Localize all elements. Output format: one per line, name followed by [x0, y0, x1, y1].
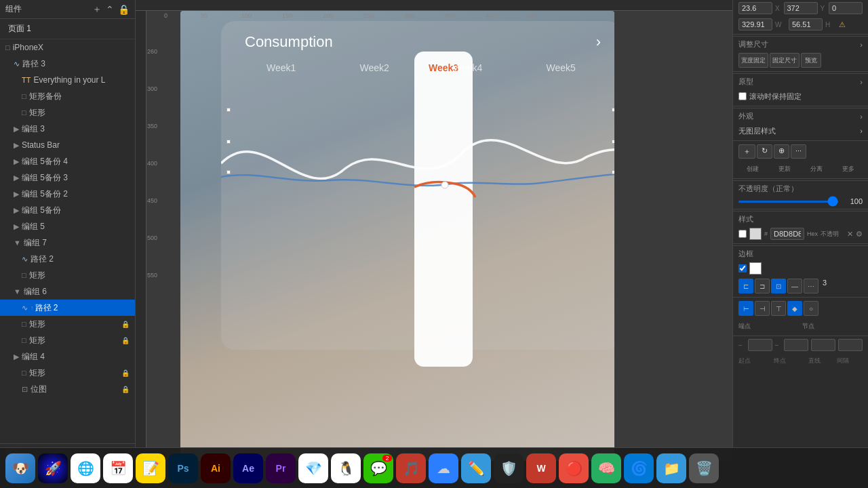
handle-right-lower[interactable] — [612, 140, 614, 144]
layer-item-编组4[interactable]: ▶ 编组 4 — [0, 348, 135, 365]
week4-label[interactable]: Week4 — [445, 58, 490, 77]
layer-item-矩形2_in6[interactable]: □ 矩形🔒 — [0, 332, 135, 348]
dock-sketch[interactable]: 💎 — [298, 453, 328, 483]
canvas-content[interactable]: Week3 Consumption › Week1 Week2 Week4 We… — [146, 11, 732, 461]
layer-item-编组5备份4[interactable]: ▶ 编组 5备份 4 — [0, 153, 135, 169]
endpoint2-btn[interactable]: ⊣ — [755, 301, 770, 316]
gap-input[interactable] — [838, 339, 863, 351]
fill-swatch[interactable] — [749, 228, 762, 240]
y-input[interactable] — [784, 2, 818, 14]
dock-netdisk[interactable]: ☁ — [429, 453, 458, 483]
layer-item-路径2[interactable]: ∿ ↑路径 2 — [0, 300, 135, 316]
layer-item-iPhoneX[interactable]: □ iPhoneX — [0, 39, 135, 56]
layer-item-矩形_in7[interactable]: □ 矩形 — [0, 267, 135, 283]
split-op-icon[interactable]: ⊕ — [774, 144, 789, 159]
handle-left-mid[interactable] — [226, 108, 231, 112]
layer-item-编组6[interactable]: ▼ 编组 6 — [0, 283, 135, 300]
dock-wechat[interactable]: 💬 2 — [363, 453, 393, 483]
layer-item-编组5备份[interactable]: ▶ 编组 5备份 — [0, 202, 135, 218]
layer-item-编组5备份3[interactable]: ▶ 编组 5备份 3 — [0, 169, 135, 186]
dock-photoshop[interactable]: Ps — [168, 453, 198, 483]
dock-music[interactable]: 🎵 — [396, 453, 426, 483]
layer-item-矩形[interactable]: □ 矩形 — [0, 104, 135, 121]
prototype-expand[interactable]: › — [860, 78, 863, 86]
handle-left-lower[interactable] — [226, 140, 231, 144]
x-input[interactable] — [738, 2, 772, 14]
dock-finder[interactable]: 🐶 — [5, 453, 35, 483]
layer-item-编组7[interactable]: ▼ 编组 7 — [0, 235, 135, 251]
opacity-slider[interactable] — [738, 201, 838, 203]
dock-files[interactable]: 📁 — [656, 453, 686, 483]
layer-item-everything[interactable]: TT Everything in your L — [0, 72, 135, 88]
z-input[interactable] — [829, 2, 863, 14]
fill-delete-icon[interactable]: ✕ — [847, 230, 853, 239]
border-center-btn[interactable]: ⊐ — [755, 279, 770, 293]
dock-calendar[interactable]: 📅 — [103, 453, 133, 483]
keep-fixed-checkbox[interactable] — [738, 92, 747, 100]
refresh-op-icon[interactable]: ↻ — [757, 144, 772, 159]
dock-edge[interactable]: 🌀 — [624, 453, 654, 483]
resize-expand[interactable]: › — [860, 41, 863, 49]
dock-qq[interactable]: 🐧 — [331, 453, 361, 483]
layer-item-编组5备份2[interactable]: ▶ 编组 5备份 2 — [0, 186, 135, 202]
fill-checkbox[interactable] — [738, 230, 747, 238]
fixed-size-btn[interactable]: 固定尺寸 — [770, 53, 800, 68]
preview-btn[interactable]: 预览 — [801, 53, 821, 68]
border-inside-btn[interactable]: ⊏ — [738, 279, 753, 293]
endpoint-btn[interactable]: ⊢ — [738, 301, 753, 316]
layer-expand[interactable]: › — [860, 127, 863, 135]
dock-illustrator[interactable]: Ai — [201, 453, 231, 483]
handle-right-mid[interactable] — [612, 108, 614, 112]
handle-right-bottom[interactable] — [612, 170, 614, 174]
dock-finder2[interactable]: 🔴 — [559, 453, 589, 483]
layer-item-编组3[interactable]: ▶ 编组 3 — [0, 121, 135, 137]
border-swatch[interactable] — [749, 262, 762, 274]
minus-end[interactable]: − — [775, 342, 782, 349]
layer-item-矩形备份[interactable]: □ 矩形备份 — [0, 88, 135, 104]
w-input[interactable] — [738, 18, 772, 30]
week5-label[interactable]: Week5 — [538, 58, 584, 77]
border-type2-btn[interactable]: ⋯ — [804, 279, 818, 293]
expand-icon[interactable]: ⌃ — [106, 4, 114, 15]
add-component-icon[interactable]: ＋ — [92, 3, 102, 16]
dock-chrome[interactable]: 🌐 — [71, 453, 100, 483]
dock-mindnode[interactable]: 🧠 — [591, 453, 621, 483]
layer-item-矩形_in6[interactable]: □ 矩形🔒 — [0, 316, 135, 332]
week2-label[interactable]: Week2 — [352, 58, 397, 77]
layer-item-位图[interactable]: ⊡ 位图🔒 — [0, 381, 135, 397]
dock-launchpad[interactable]: 🚀 — [38, 453, 68, 483]
layer-item-路径2_in7[interactable]: ∿ 路径 2 — [0, 251, 135, 267]
node2-btn[interactable]: ○ — [804, 301, 818, 316]
fill-hex-input[interactable] — [770, 228, 804, 240]
dock-trash[interactable]: 🗑️ — [689, 453, 719, 483]
border-outside-btn[interactable]: ⊡ — [771, 279, 786, 293]
layer-item-statusbar[interactable]: ▶ Status Bar — [0, 137, 135, 153]
auto-width-btn[interactable]: 宽度固定 — [738, 53, 768, 68]
end-x-input[interactable] — [784, 339, 808, 351]
week1-label[interactable]: Week1 — [258, 58, 304, 77]
border-type1-btn[interactable]: — — [787, 279, 802, 293]
endpoint3-btn[interactable]: ⊤ — [771, 301, 786, 316]
fill-settings-icon[interactable]: ⚙ — [856, 230, 863, 239]
dock-paint[interactable]: ✏️ — [461, 453, 491, 483]
layer-item-编组5[interactable]: ▶ 编组 5 — [0, 218, 135, 235]
h-input[interactable] — [789, 18, 823, 30]
curve-input[interactable] — [811, 339, 835, 351]
dock-aftereffects[interactable]: Ae — [233, 453, 263, 483]
more-op-icon[interactable]: ··· — [791, 144, 806, 159]
add-op-icon[interactable]: ＋ — [738, 144, 755, 159]
layer-item-矩形_in4[interactable]: □ 矩形🔒 — [0, 365, 135, 381]
layer-item-路径3[interactable]: ∿ 路径 3 — [0, 56, 135, 72]
dock-stickies[interactable]: 📝 — [136, 453, 165, 483]
lock-icon[interactable]: 🔒 — [118, 4, 130, 15]
minus-start[interactable]: − — [738, 342, 745, 349]
node-btn[interactable]: ◆ — [787, 301, 802, 316]
dock-wps[interactable]: W — [526, 453, 556, 483]
border-checkbox[interactable] — [738, 264, 747, 272]
handle-left-bottom[interactable] — [226, 170, 231, 174]
dock-premiere[interactable]: Pr — [266, 453, 296, 483]
appearance-expand[interactable]: › — [860, 113, 863, 121]
start-x-input[interactable] — [748, 339, 772, 351]
dock-uctox[interactable]: 🛡️ — [494, 453, 524, 483]
card-arrow-icon[interactable]: › — [596, 33, 601, 51]
